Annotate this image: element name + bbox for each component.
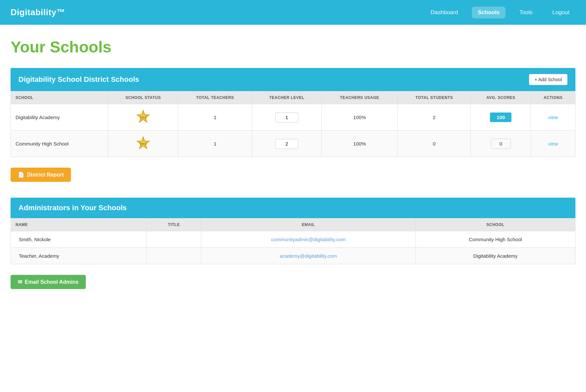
table-row: Smith, NIckole communityadmin@digitabili… [11,231,575,248]
school-status-cell: GOLD [108,104,178,131]
schools-section-header: Digitability School District Schools + A… [11,68,575,91]
table-row: Community High School GOLD 1 100% 0 0 vi… [11,131,575,157]
svg-text:GOLD: GOLD [140,143,146,145]
action-cell[interactable]: view [531,104,575,131]
nav-logout[interactable]: Logout [546,7,575,18]
teacher-level-input[interactable] [275,139,298,149]
admin-school-cell: Community High School [415,231,575,248]
school-status-cell: GOLD [108,131,178,157]
main-content: Your Schools Digitability School Distric… [0,25,586,309]
nav-dashboard[interactable]: Dashboard [425,7,464,18]
admins-table: NAME TITLE EMAIL SCHOOL Smith, NIckole c… [11,218,575,264]
col-teacher-level: TEACHER LEVEL [252,91,322,104]
admin-col-email: EMAIL [201,218,416,231]
admin-title-cell [146,231,201,248]
view-link[interactable]: view [548,114,558,120]
score-badge-highlighted: 100 [490,113,511,122]
brand-logo: Digitability™ [11,7,65,17]
total-students-cell: 0 [398,131,471,157]
email-button-label: Email School Admins [25,279,79,285]
school-name-cell: Digitability Academy [11,104,108,131]
col-actions: ACTIONS [531,91,575,104]
avg-score-cell: 0 [471,131,531,157]
action-cell[interactable]: view [531,131,575,157]
admin-email-link[interactable]: communityadmin@digitability.com [271,237,346,242]
navbar: Digitability™ Dashboard Schools Tools Lo… [0,0,586,25]
admins-table-header-row: NAME TITLE EMAIL SCHOOL [11,218,575,231]
admin-email-cell[interactable]: communityadmin@digitability.com [201,231,416,248]
schools-table: SCHOOL SCHOOL STATUS TOTAL TEACHERS TEAC… [11,91,575,157]
email-icon: ✉ [18,279,22,285]
teacher-level-cell[interactable] [252,131,322,157]
schools-table-header-row: SCHOOL SCHOOL STATUS TOTAL TEACHERS TEAC… [11,91,575,104]
score-badge-normal: 0 [491,139,511,149]
admin-name-cell: Smith, NIckole [11,231,147,248]
page-title: Your Schools [11,38,575,56]
admin-col-name: NAME [11,218,147,231]
total-teachers-cell: 1 [178,104,252,131]
col-total-teachers: TOTAL TEACHERS [178,91,252,104]
district-report-button[interactable]: 📄 District Report [11,168,71,182]
schools-section: Digitability School District Schools + A… [11,68,575,157]
avg-score-cell: 100 [471,104,531,131]
teacher-level-cell[interactable] [252,104,322,131]
admin-email-link[interactable]: academy@digitability.com [280,253,337,259]
admins-section-header: Administrators in Your Schools [11,198,575,218]
total-students-cell: 2 [398,104,471,131]
view-link[interactable]: view [548,141,558,147]
table-row: Digitability Academy GOLD 1 100% 2 100 v… [11,104,575,131]
add-school-button[interactable]: + Add School [529,74,568,85]
district-report-label: District Report [27,172,64,178]
col-avg-scores: AVG. SCORES [471,91,531,104]
table-row: Teacher, Academy academy@digitability.co… [11,248,575,264]
col-teachers-usage: TEACHERS USAGE [322,91,398,104]
col-school: SCHOOL [11,91,108,104]
admin-email-cell[interactable]: academy@digitability.com [201,248,416,264]
col-status: SCHOOL STATUS [108,91,178,104]
total-teachers-cell: 1 [178,131,252,157]
admin-col-school: SCHOOL [415,218,575,231]
email-school-admins-button[interactable]: ✉ Email School Admins [11,275,86,289]
teachers-usage-cell: 100% [322,131,398,157]
svg-text:GOLD: GOLD [140,116,146,118]
teachers-usage-cell: 100% [322,104,398,131]
col-total-students: TOTAL STUDENTS [398,91,471,104]
admins-section-title: Administrators in Your Schools [18,204,127,212]
admin-col-title: TITLE [146,218,201,231]
district-report-icon: 📄 [18,172,24,178]
admin-school-cell: Digitability Academy [415,248,575,264]
nav-schools[interactable]: Schools [472,7,505,18]
teacher-level-input[interactable] [275,113,298,122]
admin-title-cell [146,248,201,264]
admins-section: Administrators in Your Schools NAME TITL… [11,198,575,264]
nav-links: Dashboard Schools Tools Logout [425,7,575,18]
nav-tools[interactable]: Tools [513,7,538,18]
admin-name-cell: Teacher, Academy [11,248,147,264]
schools-section-title: Digitability School District Schools [18,75,139,84]
school-name-cell: Community High School [11,131,108,157]
brand-name: Digitability [11,7,56,17]
